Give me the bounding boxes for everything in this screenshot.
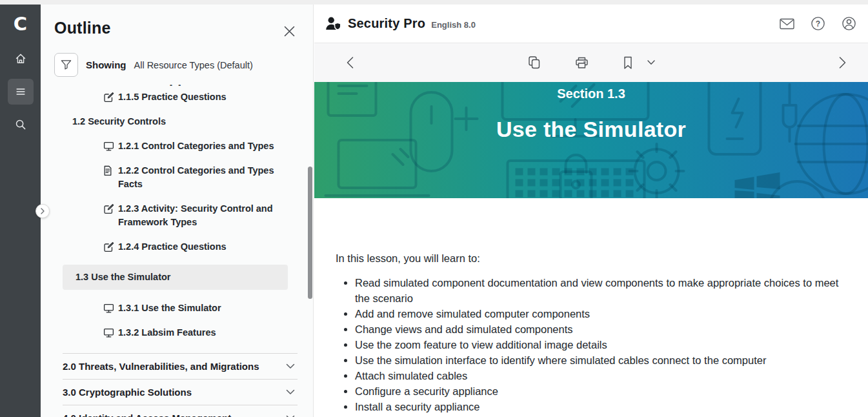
outline-item[interactable]: 1.1.5 Practice Questions (41, 90, 296, 104)
chevron-down-icon (647, 60, 655, 65)
outline-item[interactable]: 1.2.4 Practice Questions (41, 240, 296, 254)
objectives-list: Read simulated component documentation a… (336, 275, 842, 414)
outline-close-button[interactable] (281, 23, 298, 39)
outline-item-label: 1.3.1 Use the Simulator (118, 303, 221, 313)
outline-panel: Outline Showing All Resource Types (Defa… (41, 5, 314, 417)
app-logo-letter: C (14, 13, 27, 35)
banner-section-label: Section 1.3 (314, 86, 868, 101)
outline-item-label: 1.1.5 Practice Questions (118, 92, 227, 102)
lesson-icon (103, 303, 114, 314)
main-area: Security Pro English 8.0 ? (314, 5, 868, 417)
chevron-right-icon (41, 208, 45, 214)
outline-item[interactable]: 1.3.1 Use the Simulator (41, 301, 296, 315)
lesson-toolbar (314, 43, 868, 82)
outline-item[interactable]: 1.2.3 Activity: Security Control and Fra… (41, 202, 296, 229)
close-icon (284, 26, 295, 37)
objective-item: Configure a security appliance (355, 383, 842, 399)
toolbar-center-group (526, 54, 656, 71)
filter-label: Showing (86, 59, 126, 70)
rail-home-button[interactable] (8, 46, 34, 72)
outline-tree: - - 1.1.5 Practice Questions1.2 Security… (41, 83, 313, 340)
banner-title: Use the Simulator (314, 117, 868, 142)
app-rail: C (0, 5, 41, 417)
bookmark-button[interactable] (621, 55, 634, 71)
lesson-icon (103, 141, 114, 152)
fact-icon (103, 165, 112, 176)
outline-chapter-label: 2.0 Threats, Vulnerabilities, and Migrat… (63, 361, 259, 372)
outline-title: Outline (54, 19, 313, 37)
filter-value: All Resource Types (Default) (134, 60, 253, 70)
header-actions: ? (778, 15, 858, 32)
chevron-left-icon (347, 57, 354, 69)
objective-item: Use the zoom feature to view additional … (355, 337, 842, 352)
help-icon: ? (811, 16, 825, 31)
outline-item-label: 1.3.2 Labsim Features (118, 327, 216, 338)
account-icon (842, 16, 856, 31)
search-icon (14, 118, 27, 131)
objective-item: Read simulated component documentation a… (355, 275, 842, 306)
objective-item: Change views and add simulated component… (355, 321, 842, 337)
print-button[interactable] (573, 55, 590, 71)
chevron-down-icon (286, 389, 295, 395)
outline-chapters: 2.0 Threats, Vulnerabilities, and Migrat… (41, 353, 313, 417)
messages-button[interactable] (778, 17, 796, 31)
rail-outline-button[interactable] (8, 79, 34, 105)
outline-item[interactable]: 1.2.1 Control Categories and Types (41, 139, 296, 153)
printer-icon (574, 56, 589, 70)
outline-item-label: 1.2 Security Controls (72, 116, 166, 127)
outline-item-label: 1.3 Use the Simulator (76, 272, 170, 282)
panel-collapse-handle[interactable] (35, 204, 50, 218)
filter-button[interactable] (54, 53, 78, 77)
lesson-content: In this lesson, you will learn to: Read … (314, 198, 868, 414)
lesson-intro: In this lesson, you will learn to: (336, 252, 842, 265)
objective-item: Attach simulated cables (355, 368, 842, 383)
help-button[interactable]: ? (809, 15, 827, 32)
outline-item-selected[interactable]: 1.3 Use the Simulator (63, 265, 288, 290)
app-logo[interactable]: C (0, 5, 41, 43)
outline-item[interactable]: 1.3.2 Labsim Features (41, 326, 296, 340)
bookmark-menu-button[interactable] (646, 59, 656, 66)
svg-text:?: ? (816, 19, 820, 28)
objective-item: Use the simulation interface to identify… (355, 352, 842, 368)
section-banner: Section 1.3 Use the Simulator (314, 82, 868, 198)
course-title: Security Pro (348, 16, 425, 31)
outline-item[interactable]: 1.2 Security Controls (41, 115, 313, 128)
scrolled-item-fragment: - - (170, 83, 313, 88)
lesson-icon (103, 327, 114, 338)
outline-item-label: 1.2.1 Control Categories and Types (118, 141, 274, 151)
practice-icon (103, 92, 114, 103)
practice-icon (103, 203, 114, 214)
outline-chapter-label: 3.0 Cryptographic Solutions (63, 387, 192, 398)
outline-item-label: 1.2.4 Practice Questions (118, 241, 227, 252)
outline-scrollbar-thumb[interactable] (308, 167, 312, 299)
home-icon (14, 52, 27, 65)
previous-button[interactable] (345, 56, 355, 70)
outline-item-label: 1.2.3 Activity: Security Control and Fra… (118, 203, 273, 227)
course-header: Security Pro English 8.0 ? (314, 5, 868, 43)
chevron-down-icon (286, 363, 295, 369)
copy-button[interactable] (526, 54, 542, 71)
bookmark-icon (623, 56, 633, 70)
outline-chapter[interactable]: 2.0 Threats, Vulnerabilities, and Migrat… (63, 353, 298, 379)
course-identity: Security Pro English 8.0 (348, 16, 476, 31)
next-button[interactable] (838, 56, 847, 70)
user-shield-icon (325, 16, 343, 32)
filter-row: Showing All Resource Types (Default) (54, 53, 313, 77)
top-strip (0, 0, 868, 5)
outline-chapter[interactable]: 4.0 Identity and Access Management (63, 405, 298, 417)
menu-icon (14, 85, 27, 98)
outline-item-label: 1.2.2 Control Categories and Types Facts (118, 165, 274, 189)
outline-chapter-label: 4.0 Identity and Access Management (63, 412, 231, 417)
mail-icon (780, 18, 794, 30)
copy-icon (527, 56, 541, 70)
practice-icon (103, 241, 114, 252)
outline-chapter[interactable]: 3.0 Cryptographic Solutions (63, 379, 298, 405)
outline-item[interactable]: 1.2.2 Control Categories and Types Facts (41, 164, 296, 191)
chevron-right-icon (839, 57, 846, 69)
objective-item: Install a security appliance (355, 399, 842, 414)
bookmark-group (621, 55, 656, 71)
account-button[interactable] (840, 15, 858, 32)
objective-item: Add and remove simulated computer compon… (355, 306, 842, 321)
rail-search-button[interactable] (8, 112, 34, 137)
course-edition: English 8.0 (431, 20, 476, 30)
